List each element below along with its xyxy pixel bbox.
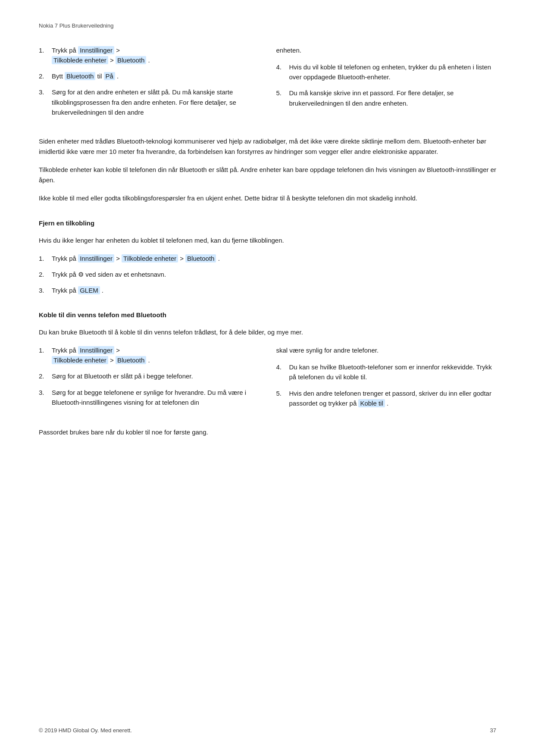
copyright: © 2019 HMD Global Oy. Med enerett.: [39, 726, 132, 735]
step-content: Hvis den andre telefonen trenger et pass…: [289, 388, 497, 409]
step-content: Trykk på Innstillinger > Tilkoblede enhe…: [52, 253, 496, 263]
step-num: 4.: [276, 362, 289, 372]
paragraph-2: Tilkoblede enheter kan koble til telefon…: [39, 165, 496, 185]
highlight-bluetooth-koble: Bluetooth: [116, 356, 146, 364]
highlight-innstillinger-koble: Innstillinger: [78, 346, 114, 354]
list-item: 2. Bytt Bluetooth til På .: [39, 71, 259, 81]
paragraph-1: Siden enheter med trådløs Bluetooth-tekn…: [39, 136, 496, 157]
koble-intro: Du kan bruke Bluetooth til å koble til d…: [39, 327, 496, 337]
list-item: 1. Trykk på Innstillinger > Tilkoblede e…: [39, 253, 496, 263]
list-item: 3. Sørg for at begge telefonene er synli…: [39, 387, 259, 408]
fjern-steps: 1. Trykk på Innstillinger > Tilkoblede e…: [39, 253, 496, 296]
step-content: Sørg for at begge telefonene er synlige …: [52, 387, 259, 408]
step-content-right-1: enheten.: [276, 45, 497, 55]
highlight-koble-til: Koble til: [358, 399, 385, 407]
step-content: Bytt Bluetooth til På .: [52, 71, 259, 81]
step-num: 5.: [276, 88, 289, 98]
highlight-innstillinger-fjern: Innstillinger: [78, 254, 114, 262]
list-item: 4. Hvis du vil koble til telefonen og en…: [276, 62, 497, 82]
intro-steps-left: 1. Trykk på Innstillinger > Tilkoblede e…: [39, 45, 259, 126]
step-content-right-koble: skal være synlig for andre telefoner.: [276, 345, 497, 355]
list-item: 1. Trykk på Innstillinger > Tilkoblede e…: [39, 45, 259, 66]
section-heading-fjern: Fjern en tilkobling: [39, 219, 496, 228]
list-item: 3. Trykk på GLEM .: [39, 285, 496, 295]
koble-steps-right: skal være synlig for andre telefoner. 4.…: [276, 345, 497, 417]
section-heading-koble: Koble til din venns telefon med Bluetoot…: [39, 310, 496, 320]
step-num: 5.: [276, 388, 289, 398]
step-content: Trykk på GLEM .: [52, 285, 496, 295]
step-content: Trykk på Innstillinger > Tilkoblede enhe…: [52, 45, 259, 66]
step-num: 1.: [39, 345, 52, 355]
step-content: Sørg for at den andre enheten er slått p…: [52, 87, 259, 117]
intro-steps-section: 1. Trykk på Innstillinger > Tilkoblede e…: [39, 45, 496, 126]
list-item: 5. Du må kanskje skrive inn et passord. …: [276, 88, 497, 108]
step-content: Du må kanskje skrive inn et passord. For…: [289, 88, 497, 108]
page-footer: © 2019 HMD Global Oy. Med enerett. 37: [39, 726, 496, 735]
step-num: 3.: [39, 387, 52, 397]
highlight-bluetooth-fjern: Bluetooth: [185, 254, 216, 262]
highlight-tilkoblede-koble: Tilkoblede enheter: [52, 356, 108, 364]
highlight-bluetooth-2: Bluetooth: [65, 72, 95, 80]
step-num: 3.: [39, 285, 52, 295]
koble-steps-left: 1. Trykk på Innstillinger > Tilkoblede e…: [39, 345, 259, 417]
step-num: 4.: [276, 62, 289, 72]
step-content: Hvis du vil koble til telefonen og enhet…: [289, 62, 497, 82]
step-content: Trykk på Innstillinger > Tilkoblede enhe…: [52, 345, 259, 366]
list-item: 3. Sørg for at den andre enheten er slåt…: [39, 87, 259, 117]
page-header: Nokia 7 Plus Brukerveiledning: [39, 22, 496, 30]
footer-note: Passordet brukes bare når du kobler til …: [39, 427, 496, 437]
highlight-pa: På: [104, 72, 115, 80]
list-item: 2. Sørg for at Bluetooth er slått på i b…: [39, 371, 259, 381]
step-num: 1.: [39, 45, 52, 55]
page-number: 37: [490, 726, 496, 735]
highlight-innstillinger: Innstillinger: [78, 46, 114, 54]
highlight-tilkoblede: Tilkoblede enheter: [52, 56, 108, 64]
koble-steps-section: 1. Trykk på Innstillinger > Tilkoblede e…: [39, 345, 496, 417]
paragraph-3: Ikke koble til med eller godta tilkoblin…: [39, 193, 496, 203]
step-content: Du kan se hvilke Bluetooth-telefoner som…: [289, 362, 497, 382]
highlight-bluetooth-1: Bluetooth: [116, 56, 146, 64]
step-content: Trykk på ⚙ ved siden av et enhetsnavn.: [52, 269, 496, 279]
highlight-glem: GLEM: [78, 286, 100, 294]
highlight-tilkoblede-fjern: Tilkoblede enheter: [122, 254, 178, 262]
step-content: Sørg for at Bluetooth er slått på i begg…: [52, 371, 259, 381]
list-item: 2. Trykk på ⚙ ved siden av et enhetsnavn…: [39, 269, 496, 279]
intro-steps-right: enheten. 4. Hvis du vil koble til telefo…: [276, 45, 497, 126]
list-item: 1. Trykk på Innstillinger > Tilkoblede e…: [39, 345, 259, 366]
step-num: 3.: [39, 87, 52, 97]
header-title: Nokia 7 Plus Brukerveiledning: [39, 22, 113, 29]
list-item: 4. Du kan se hvilke Bluetooth-telefoner …: [276, 362, 497, 382]
fjern-intro: Hvis du ikke lenger har enheten du koble…: [39, 235, 496, 246]
step-num: 2.: [39, 269, 52, 279]
step-num: 2.: [39, 71, 52, 81]
list-item: 5. Hvis den andre telefonen trenger et p…: [276, 388, 497, 409]
step-num: 1.: [39, 253, 52, 263]
step-num: 2.: [39, 371, 52, 381]
